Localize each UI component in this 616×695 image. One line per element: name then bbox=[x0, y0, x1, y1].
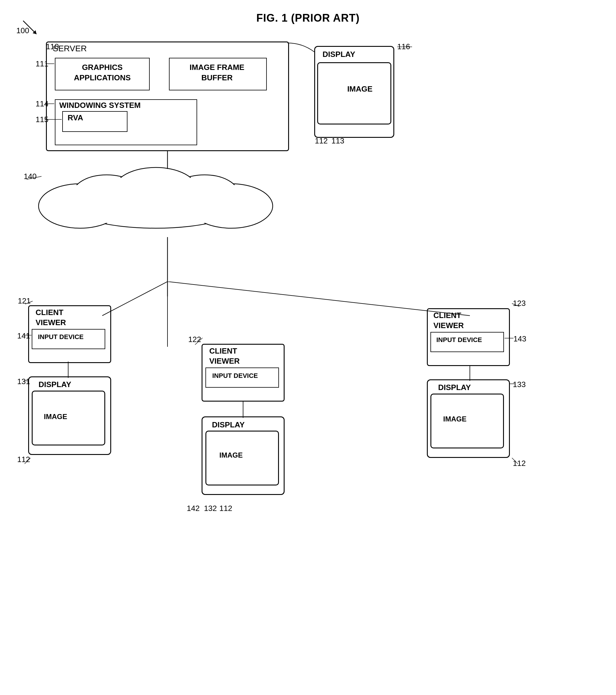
ref-113: 113 bbox=[331, 136, 344, 146]
client-center-input-text: INPUT DEVICE bbox=[212, 372, 258, 380]
image-left-text: IMAGE bbox=[44, 412, 67, 421]
ref-111-arrow bbox=[44, 61, 56, 67]
image-left-inner bbox=[32, 391, 105, 445]
arrow-100-icon bbox=[20, 18, 44, 41]
image-frame-text: IMAGE FRAMEBUFFER bbox=[170, 62, 264, 83]
client-right-input-text: INPUT DEVICE bbox=[436, 336, 482, 344]
svg-line-24 bbox=[25, 301, 33, 304]
ref-142: 142 bbox=[187, 504, 200, 513]
ref-140-arrow bbox=[24, 169, 45, 184]
ref-143-arrow bbox=[504, 336, 515, 341]
ref-133-arrow bbox=[509, 382, 516, 386]
image-right-inner bbox=[430, 394, 504, 448]
display-server-label: DISPLAY bbox=[322, 50, 355, 59]
ref-131-arrow bbox=[23, 379, 30, 383]
right-viewer-to-display-line bbox=[468, 366, 471, 381]
server-label: SERVER bbox=[53, 44, 87, 53]
server-to-cloud-line bbox=[165, 151, 170, 169]
svg-line-29 bbox=[195, 338, 202, 345]
ref-112-left-arrow bbox=[23, 456, 32, 465]
svg-line-31 bbox=[512, 304, 519, 306]
server-display-connector bbox=[285, 41, 320, 56]
svg-line-18 bbox=[27, 176, 41, 179]
center-viewer-to-display-line bbox=[242, 402, 245, 418]
ref-114-arrow bbox=[44, 101, 56, 107]
ref-112-center: 112 bbox=[219, 504, 232, 513]
display-center-label: DISPLAY bbox=[212, 420, 245, 429]
windowing-text: WINDOWING SYSTEM bbox=[59, 101, 140, 110]
display-left-label: DISPLAY bbox=[38, 380, 71, 389]
ref-141-arrow bbox=[23, 333, 33, 338]
ref-132: 132 bbox=[204, 504, 217, 513]
svg-point-17 bbox=[115, 169, 196, 211]
ref-116-arrow bbox=[396, 44, 414, 50]
ref-112-right-arrow bbox=[511, 456, 519, 465]
client-left-input-text: INPUT DEVICE bbox=[38, 333, 84, 341]
display-right-label: DISPLAY bbox=[438, 383, 471, 392]
svg-line-23 bbox=[167, 282, 470, 316]
svg-line-34 bbox=[512, 458, 518, 464]
svg-line-21 bbox=[102, 282, 167, 316]
ref-123-arrow bbox=[511, 301, 521, 310]
ref-112-server: 112 bbox=[315, 136, 328, 146]
image-server-text: IMAGE bbox=[326, 84, 394, 94]
graphics-app-text: GRAPHICSAPPLICATIONS bbox=[58, 62, 147, 83]
image-right-text: IMAGE bbox=[443, 415, 467, 423]
rva-text: RVA bbox=[68, 113, 83, 122]
left-viewer-to-display-line bbox=[67, 361, 70, 378]
ref-115-arrow bbox=[44, 117, 63, 122]
ref-143: 143 bbox=[513, 334, 526, 343]
svg-line-27 bbox=[24, 458, 31, 464]
image-center-text: IMAGE bbox=[219, 451, 243, 459]
diagram-title: FIG. 1 (PRIOR ART) bbox=[0, 0, 616, 24]
client-center-viewer-label: CLIENTVIEWER bbox=[209, 346, 240, 366]
client-right-viewer-label: CLIENTVIEWER bbox=[433, 310, 464, 331]
client-left-viewer-label: CLIENTVIEWER bbox=[36, 308, 66, 328]
cloud-network bbox=[15, 160, 297, 237]
